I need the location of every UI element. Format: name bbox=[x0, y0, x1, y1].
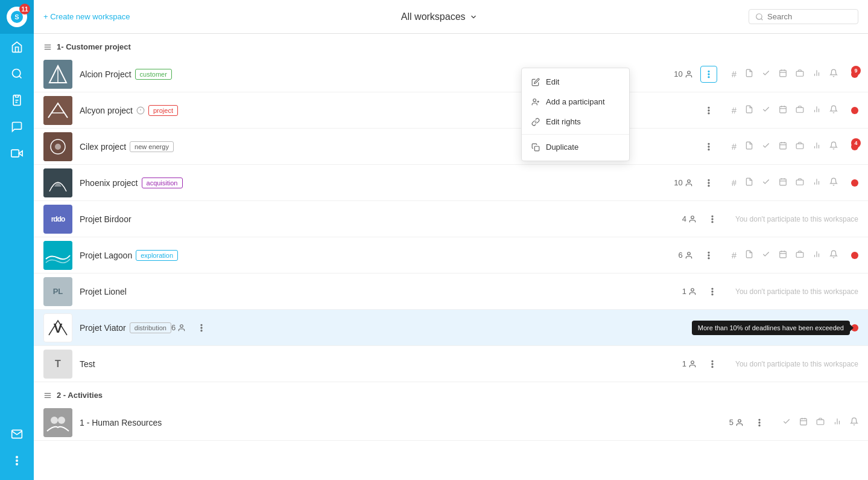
workspace-name-hr: 1 - Human Resources bbox=[80, 418, 162, 427]
icon-hashtag-phoenix[interactable]: # bbox=[732, 178, 737, 188]
icon-hashtag[interactable]: # bbox=[732, 69, 737, 79]
workspace-row-test[interactable]: T Test 1 You don't participate to this w… bbox=[34, 346, 868, 382]
icon-bell-lagoon[interactable] bbox=[829, 250, 838, 260]
status-dot-cilex: 4 bbox=[851, 143, 858, 150]
sidebar-icon-search[interactable] bbox=[0, 60, 34, 87]
more-button-birdoor[interactable] bbox=[704, 211, 721, 228]
workspace-tag-lagoon: exploration bbox=[136, 250, 178, 261]
icon-cal-hr[interactable] bbox=[799, 417, 808, 427]
icon-hashtag-alcyon[interactable]: # bbox=[732, 105, 737, 115]
svg-point-94 bbox=[691, 288, 694, 291]
icon-doc-phoenix[interactable] bbox=[745, 178, 753, 188]
workspace-row-alcion[interactable]: Alcion Project customer 10 # bbox=[34, 56, 868, 92]
svg-text:V: V bbox=[54, 321, 63, 336]
more-button-alcyon[interactable] bbox=[700, 102, 717, 119]
svg-point-84 bbox=[708, 255, 709, 256]
icon-check[interactable] bbox=[762, 69, 770, 79]
icon-doc-lagoon[interactable] bbox=[745, 250, 753, 260]
more-button-test[interactable] bbox=[704, 356, 721, 373]
workspace-icons-lagoon: # bbox=[732, 250, 858, 260]
icon-calendar[interactable] bbox=[779, 69, 787, 79]
icon-bell-alcyon[interactable] bbox=[829, 105, 838, 115]
svg-point-2 bbox=[13, 69, 21, 77]
icon-bell-phoenix[interactable] bbox=[829, 178, 838, 188]
sidebar-icon-home[interactable] bbox=[0, 34, 34, 60]
icon-chart-lagoon[interactable] bbox=[813, 250, 821, 260]
search-input[interactable] bbox=[767, 12, 852, 21]
icon-hashtag-cilex[interactable]: # bbox=[732, 141, 737, 152]
icon-briefcase[interactable] bbox=[796, 69, 804, 79]
icon-chart-cilex[interactable] bbox=[813, 141, 821, 152]
search-box[interactable] bbox=[749, 9, 858, 24]
menu-add-participant[interactable]: Add a participant bbox=[522, 92, 629, 112]
menu-edit-rights[interactable]: Edit rights bbox=[522, 112, 629, 132]
icon-chart[interactable] bbox=[813, 69, 821, 79]
icon-brief-phoenix[interactable] bbox=[796, 178, 804, 188]
workspace-row-cilex[interactable]: Cilex project new energy # 4 bbox=[34, 129, 868, 165]
icon-cal-cilex[interactable] bbox=[779, 141, 787, 152]
icon-cal-lagoon[interactable] bbox=[779, 250, 787, 260]
icon-chart-alcyon[interactable] bbox=[813, 105, 821, 115]
svg-rect-35 bbox=[43, 96, 72, 125]
logo-button[interactable]: S 11 bbox=[0, 0, 34, 34]
more-button-lionel[interactable] bbox=[704, 283, 721, 300]
participants-birdoor: 4 bbox=[682, 214, 697, 223]
workspace-row-birdoor[interactable]: rddo Projet Birdoor 4 You don't particip… bbox=[34, 201, 868, 237]
workspace-title-dropdown[interactable]: All workspaces bbox=[401, 11, 478, 22]
icon-check-lagoon[interactable] bbox=[762, 250, 770, 260]
sidebar-icon-video[interactable] bbox=[0, 140, 34, 167]
create-workspace-button[interactable]: + Create new workspace bbox=[43, 12, 130, 21]
workspace-row-viator[interactable]: V Projet Viator distribution 6 More than… bbox=[34, 310, 868, 346]
icon-brief-alcyon[interactable] bbox=[796, 105, 804, 115]
sidebar-bottom bbox=[0, 421, 34, 474]
svg-point-12 bbox=[756, 13, 762, 19]
duplicate-icon bbox=[531, 143, 540, 152]
more-button-viator[interactable] bbox=[193, 319, 210, 336]
icon-doc-alcyon[interactable] bbox=[745, 105, 753, 115]
icon-chart-phoenix[interactable] bbox=[813, 178, 821, 188]
svg-text:S: S bbox=[14, 13, 19, 21]
icon-bell[interactable] bbox=[829, 69, 838, 79]
icon-brief-hr[interactable] bbox=[816, 417, 825, 427]
workspace-row-alcyon[interactable]: Alcyon project project # bbox=[34, 92, 868, 129]
icon-bell-cilex[interactable] bbox=[829, 141, 838, 152]
more-button-phoenix[interactable] bbox=[700, 174, 717, 191]
more-button-alcion[interactable] bbox=[700, 66, 717, 83]
menu-duplicate[interactable]: Duplicate bbox=[522, 137, 629, 157]
sidebar-icon-chat[interactable] bbox=[0, 114, 34, 140]
icon-check-alcyon[interactable] bbox=[762, 105, 770, 115]
sidebar-icon-clipboard[interactable] bbox=[0, 87, 34, 114]
more-button-hr[interactable] bbox=[751, 414, 768, 431]
main-area: + Create new workspace All workspaces 1-… bbox=[34, 0, 868, 480]
icon-cal-phoenix[interactable] bbox=[779, 178, 787, 188]
menu-edit[interactable]: Edit bbox=[522, 72, 629, 92]
icon-hashtag-lagoon[interactable]: # bbox=[732, 250, 737, 260]
icon-bell-hr[interactable] bbox=[850, 417, 858, 427]
svg-rect-46 bbox=[796, 107, 803, 112]
svg-line-13 bbox=[761, 18, 763, 20]
icon-cal-alcyon[interactable] bbox=[779, 105, 787, 115]
workspace-meta-alcyon: # bbox=[178, 102, 858, 119]
more-button-lagoon[interactable] bbox=[700, 247, 717, 264]
workspace-row-lionel[interactable]: PL Projet Lionel 1 You don't participate… bbox=[34, 274, 868, 310]
svg-rect-60 bbox=[796, 144, 803, 149]
icon-brief-lagoon[interactable] bbox=[796, 250, 804, 260]
workspace-row-lagoon[interactable]: Projet Lagoon exploration 6 # bbox=[34, 237, 868, 274]
sidebar-icon-mail[interactable] bbox=[0, 421, 34, 447]
svg-rect-42 bbox=[780, 106, 787, 113]
participants-lionel: 1 bbox=[682, 287, 697, 296]
icon-brief-cilex[interactable] bbox=[796, 141, 804, 152]
more-button-cilex[interactable] bbox=[700, 138, 717, 155]
workspace-row-phoenix[interactable]: Phoenix project acquisition 10 # bbox=[34, 165, 868, 201]
icon-check-phoenix[interactable] bbox=[762, 178, 770, 188]
icon-chart-hr[interactable] bbox=[833, 417, 841, 427]
participants-hr: 5 bbox=[729, 418, 744, 427]
icon-doc-cilex[interactable] bbox=[745, 141, 753, 152]
workspace-row-hr[interactable]: 1 - Human Resources 5 bbox=[34, 405, 868, 441]
icon-check-hr[interactable] bbox=[782, 417, 791, 427]
sidebar-icon-more[interactable] bbox=[0, 447, 34, 474]
workspace-thumbnail-birdoor: rddo bbox=[43, 205, 72, 234]
icon-check-cilex[interactable] bbox=[762, 141, 770, 152]
icon-doc[interactable] bbox=[745, 69, 753, 79]
workspace-meta-hr: 5 bbox=[162, 414, 858, 431]
